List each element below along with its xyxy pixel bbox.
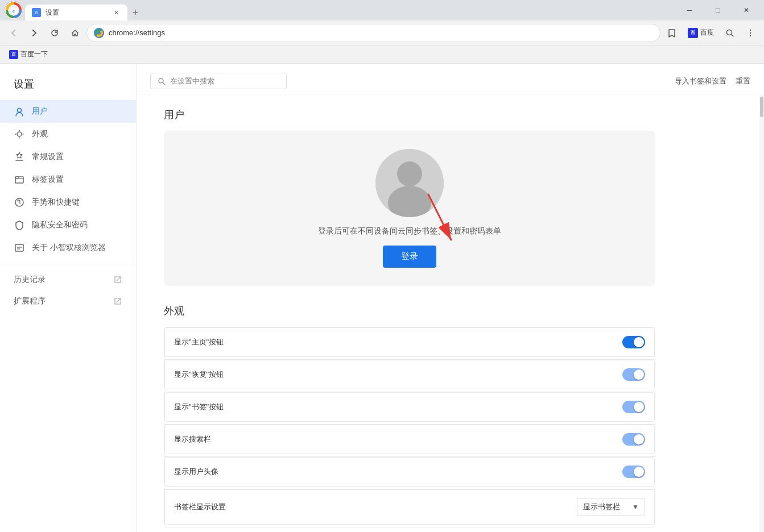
active-tab[interactable]: ⚙ 设置 ✕	[25, 5, 127, 20]
sidebar-item-general-label: 常规设置	[32, 152, 64, 162]
main-content: 设置 用户 外观 常规设置	[0, 64, 764, 532]
toggle-restore[interactable]	[622, 368, 645, 381]
setting-label-avatar: 显示用户头像	[174, 467, 218, 477]
svg-line-28	[117, 277, 121, 281]
maximize-button[interactable]: □	[705, 2, 731, 18]
setting-row-restore: 显示"恢复"按钮	[164, 360, 655, 389]
svg-line-31	[163, 82, 165, 85]
svg-point-15	[750, 35, 751, 36]
toggle-avatar[interactable]	[622, 466, 645, 478]
user-section-title: 用户	[164, 108, 655, 122]
import-bookmarks-link[interactable]: 导入书签和设置	[675, 76, 726, 86]
sidebar-item-about[interactable]: 关于 小智双核浏览器	[0, 236, 136, 259]
new-tab-button[interactable]: +	[127, 5, 143, 20]
sidebar-divider	[0, 264, 136, 264]
browser-logo: e	[5, 1, 23, 19]
general-icon	[14, 151, 25, 163]
toggle-searchbar[interactable]	[622, 433, 645, 446]
user-icon	[14, 106, 25, 117]
svg-point-14	[750, 32, 751, 33]
settings-content: 导入书签和设置 重置 用户	[137, 64, 764, 532]
svg-point-20	[15, 134, 16, 135]
setting-row-avatar: 显示用户头像	[164, 457, 655, 487]
sidebar-item-privacy-label: 隐私安全和密码	[32, 220, 88, 230]
svg-point-24	[15, 198, 23, 206]
search-button[interactable]	[721, 24, 739, 42]
svg-point-19	[19, 138, 20, 139]
svg-point-10	[97, 31, 101, 35]
red-arrow	[417, 189, 462, 263]
back-button[interactable]	[5, 24, 23, 42]
appearance-settings-list: 显示"主页"按钮 显示"恢复"按钮 显示"书签"按钮	[164, 327, 655, 527]
baidu-label: 百度	[700, 28, 714, 38]
search-input[interactable]	[170, 77, 279, 85]
history-label: 历史记录	[14, 275, 46, 285]
sidebar-item-history[interactable]: 历史记录	[0, 269, 136, 290]
sidebar-item-general[interactable]: 常规设置	[0, 146, 136, 168]
history-external-icon	[113, 275, 122, 284]
svg-point-17	[17, 132, 22, 136]
nav-right: 百 百度	[683, 24, 759, 42]
navigation-bar: chrome://settings 百 百度	[0, 20, 764, 45]
svg-rect-22	[15, 177, 23, 183]
baidu-button[interactable]: 百 百度	[683, 26, 718, 40]
toggle-home[interactable]	[622, 336, 645, 348]
content-area: 用户 登录后可在不同设备间云同步书签、设置和密码表单 登录	[137, 94, 683, 532]
search-icon	[158, 77, 166, 85]
menu-button[interactable]	[741, 24, 759, 42]
sidebar-item-tabs[interactable]: 标签设置	[0, 168, 136, 191]
setting-row-bookmarkbar: 书签栏显示设置 显示书签栏 ▼	[164, 489, 655, 525]
sidebar-item-about-label: 关于 小智双核浏览器	[32, 243, 106, 253]
reset-link[interactable]: 重置	[736, 76, 750, 86]
svg-point-21	[23, 134, 24, 135]
close-button[interactable]: ✕	[733, 2, 759, 18]
bookmark-item-baidu[interactable]: 百 百度一下	[5, 47, 52, 61]
settings-header: 导入书签和设置 重置	[137, 64, 764, 94]
sidebar-item-appearance[interactable]: 外观	[0, 123, 136, 146]
bookmarkbar-dropdown[interactable]: 显示书签栏 ▼	[577, 498, 645, 516]
sidebar-item-user-label: 用户	[32, 106, 48, 117]
setting-label-searchbar: 显示搜索栏	[174, 434, 211, 444]
sidebar-item-gestures[interactable]: 手势和快捷键	[0, 191, 136, 214]
setting-row-home: 显示"主页"按钮	[164, 327, 655, 357]
sidebar-item-extensions[interactable]: 扩展程序	[0, 290, 136, 312]
appearance-section: 外观 显示"主页"按钮 显示"恢复"按钮	[164, 304, 655, 527]
appearance-section-title: 外观	[164, 304, 655, 318]
scrollbar-track[interactable]	[759, 95, 764, 532]
scrollbar-thumb[interactable]	[760, 97, 763, 117]
extensions-external-icon	[113, 297, 122, 306]
title-bar: e ⚙ 设置 ✕ + ─ □ ✕	[0, 0, 764, 20]
header-actions: 导入书签和设置 重置	[675, 76, 750, 86]
sidebar-item-privacy[interactable]: 隐私安全和密码	[0, 214, 136, 236]
tab-bar: ⚙ 设置 ✕ +	[25, 0, 676, 20]
svg-text:⚙: ⚙	[35, 11, 38, 15]
browser-window: e ⚙ 设置 ✕ + ─ □ ✕	[0, 0, 764, 532]
svg-point-13	[750, 29, 751, 30]
setting-row-bookmark: 显示"书签"按钮	[164, 392, 655, 422]
extensions-item-left: 扩展程序	[14, 296, 46, 306]
home-button[interactable]	[66, 24, 84, 42]
svg-point-33	[397, 161, 422, 186]
window-controls: ─ □ ✕	[676, 2, 759, 18]
sidebar-item-user[interactable]: 用户	[0, 100, 136, 123]
sidebar-title: 设置	[0, 73, 136, 100]
tab-close-button[interactable]: ✕	[111, 8, 121, 17]
user-description: 登录后可在不同设备间云同步书签、设置和密码表单	[318, 226, 501, 236]
setting-row-searchbar: 显示搜索栏	[164, 425, 655, 454]
toggle-bookmark[interactable]	[622, 401, 645, 413]
setting-label-bookmarkbar: 书签栏显示设置	[174, 502, 226, 512]
search-bar[interactable]	[150, 73, 287, 89]
history-item-left: 历史记录	[14, 275, 46, 285]
svg-point-16	[18, 109, 22, 113]
bookmark-button[interactable]	[663, 24, 681, 42]
bookmarks-bar: 百 百度一下	[0, 45, 764, 64]
forward-button[interactable]	[25, 24, 43, 42]
dropdown-arrow-icon: ▼	[632, 503, 639, 511]
refresh-button[interactable]	[46, 24, 64, 42]
address-bar[interactable]: chrome://settings	[86, 24, 660, 42]
appearance-icon	[14, 128, 25, 140]
address-text: chrome://settings	[109, 28, 653, 37]
minimize-button[interactable]: ─	[676, 2, 703, 18]
about-icon	[14, 242, 25, 253]
setting-label-restore: 显示"恢复"按钮	[174, 369, 224, 380]
